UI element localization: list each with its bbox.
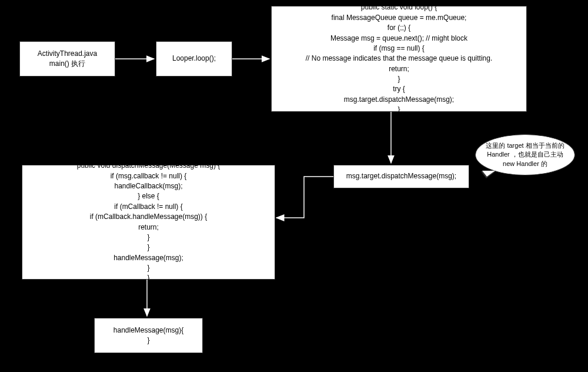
node-activitythread-main: ActivityThread.java main() 执行	[19, 41, 115, 77]
callout-tail	[482, 171, 495, 177]
arrow-n4-n5	[276, 177, 333, 218]
node-loop-body: public static void loop() { final Messag…	[271, 6, 527, 112]
node-handle-message: handleMessage(msg){ }	[94, 318, 203, 353]
node-dispatch-body: public void dispatchMessage(Message msg)…	[22, 165, 275, 280]
node-looper-loop: Looper.loop();	[156, 41, 232, 77]
callout-target-note: 这里的 target 相当于当前的 Handler ，也就是自己主动 new H…	[475, 134, 575, 175]
node-dispatch-call: msg.target.dispatchMessage(msg);	[333, 165, 469, 188]
